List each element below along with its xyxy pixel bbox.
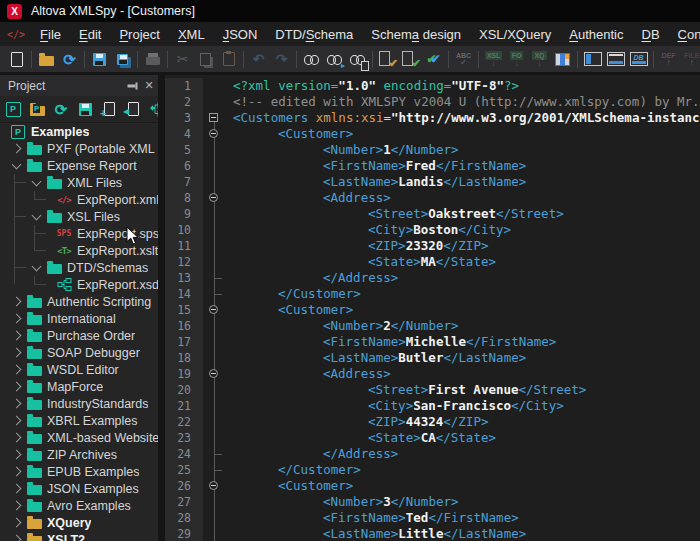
add-file-icon[interactable]: + — [99, 99, 119, 119]
check-wellformed-icon[interactable]: ✔ — [376, 48, 399, 70]
chevron-right-icon[interactable] — [8, 141, 24, 157]
chevron-right-icon[interactable] — [8, 294, 24, 310]
save-project-icon[interactable] — [75, 99, 95, 119]
code-text[interactable]: </Address> — [227, 446, 700, 462]
chevron-right-icon[interactable] — [8, 532, 24, 541]
copy-icon[interactable] — [194, 48, 217, 70]
chevron-right-icon[interactable] — [8, 430, 24, 446]
fo-transform-icon[interactable]: FO↓ — [505, 48, 528, 70]
code-text[interactable]: </Customer> — [227, 286, 700, 302]
xsl-transform-icon[interactable]: XSL↓ — [482, 48, 505, 70]
reload-project-icon[interactable]: ⟳ — [51, 99, 71, 119]
validate-icon[interactable]: ✔ — [399, 48, 422, 70]
chevron-right-icon[interactable] — [8, 464, 24, 480]
code-text[interactable]: <LastName>Little</LastName> — [227, 526, 700, 541]
code-text[interactable]: <Address> — [227, 190, 700, 206]
def-import-icon[interactable]: DEF↑ — [657, 48, 680, 70]
text-view-icon[interactable] — [581, 48, 604, 70]
code-text[interactable]: <LastName>Butler</LastName> — [227, 350, 700, 366]
tree-item-pxf-portable-xml-f[interactable]: PXF (Portable XML F — [0, 140, 158, 157]
menu-project[interactable]: Project — [110, 25, 168, 44]
code-text[interactable]: <City>San-Francisco</City> — [227, 398, 700, 414]
code-text[interactable]: <Number>2</Number> — [227, 318, 700, 334]
new-project-icon[interactable]: P — [3, 99, 23, 119]
new-document-icon[interactable] — [5, 48, 28, 70]
code-text[interactable]: <Number>3</Number> — [227, 494, 700, 510]
code-text[interactable]: <Customers xmlns:xsi="http://www.w3.org/… — [227, 110, 700, 126]
menu-json[interactable]: JSON — [214, 25, 267, 44]
find-icon[interactable] — [300, 48, 323, 70]
code-text[interactable]: <FirstName>Fred</FirstName> — [227, 158, 700, 174]
close-icon[interactable]: ✕ — [140, 78, 158, 94]
tree-item-xquery[interactable]: XQuery — [0, 514, 158, 531]
chevron-right-icon[interactable] — [8, 328, 24, 344]
fold-collapse-icon[interactable] — [209, 481, 218, 490]
reload-icon[interactable]: ⟳ — [58, 48, 81, 70]
xquery-exec-icon[interactable]: XQ↓ — [528, 48, 551, 70]
chevron-down-icon[interactable] — [28, 175, 44, 191]
tree-item-authentic-scripting[interactable]: Authentic Scripting — [0, 293, 158, 310]
pin-icon[interactable] — [122, 78, 140, 94]
code-text[interactable]: <Street>First Avenue</Street> — [227, 382, 700, 398]
code-text[interactable]: <!-- edited with XMLSPY v2004 U (http://… — [227, 94, 700, 110]
menu-convert[interactable]: Convert — [669, 25, 700, 44]
chevron-right-icon[interactable] — [8, 498, 24, 514]
save-all-icon[interactable] — [111, 48, 134, 70]
cut-icon[interactable]: ✂ — [171, 48, 194, 70]
chevron-down-icon[interactable] — [28, 209, 44, 225]
chevron-down-icon[interactable] — [8, 158, 24, 174]
print-icon[interactable] — [141, 48, 164, 70]
xml-text-editor[interactable]: 1<?xml version="1.0" encoding="UTF-8"?>2… — [165, 75, 700, 541]
menu-xml[interactable]: XML — [169, 25, 214, 44]
chevron-right-icon[interactable] — [8, 311, 24, 327]
tree-item-international[interactable]: International — [0, 310, 158, 327]
code-text[interactable]: <Address> — [227, 366, 700, 382]
tree-item-expense-report[interactable]: Expense Report — [0, 157, 158, 174]
chevron-right-icon[interactable] — [8, 413, 24, 429]
menu-authentic[interactable]: Authentic — [560, 25, 632, 44]
tree-item-purchase-order[interactable]: Purchase Order — [0, 327, 158, 344]
paste-icon[interactable] — [217, 48, 240, 70]
code-text[interactable]: <State>MA</State> — [227, 254, 700, 270]
find-next-icon[interactable]: ▸ — [323, 48, 346, 70]
tree-item-xbrl-examples[interactable]: XBRL Examples — [0, 412, 158, 429]
code-text[interactable]: <Customer> — [227, 126, 700, 142]
fold-collapse-icon[interactable] — [209, 193, 218, 202]
code-text[interactable]: <FirstName>Ted</FirstName> — [227, 510, 700, 526]
fold-collapse-icon[interactable] — [209, 305, 218, 314]
fold-collapse-icon[interactable] — [209, 129, 218, 138]
code-text[interactable]: <LastName>Landis</LastName> — [227, 174, 700, 190]
tree-item-soap-debugger[interactable]: SOAP Debugger — [0, 344, 158, 361]
chevron-down-icon[interactable] — [28, 260, 44, 276]
tree-item-epub-examples[interactable]: EPUB Examples — [0, 463, 158, 480]
code-text[interactable]: <Number>1</Number> — [227, 142, 700, 158]
code-text[interactable]: <Customer> — [227, 302, 700, 318]
db-view-icon[interactable]: DB — [627, 48, 650, 70]
add-active-file-icon[interactable]: ◀ — [123, 99, 143, 119]
chevron-right-icon[interactable] — [8, 515, 24, 531]
tree-item-expreport-xml[interactable]: </>ExpReport.xml — [0, 191, 158, 208]
redo-icon[interactable]: ↷ — [270, 48, 293, 70]
chevron-right-icon[interactable] — [8, 447, 24, 463]
open-project-icon[interactable]: P — [27, 99, 47, 119]
tree-item-xslt2[interactable]: XSLT2 — [0, 531, 158, 541]
menu-edit[interactable]: Edit — [70, 25, 110, 44]
code-text[interactable]: <FirstName>Michelle</FirstName> — [227, 334, 700, 350]
tree-item-wsdl-editor[interactable]: WSDL Editor — [0, 361, 158, 378]
code-text[interactable]: <State>CA</State> — [227, 430, 700, 446]
code-text[interactable]: <Customer> — [227, 478, 700, 494]
save-icon[interactable] — [88, 48, 111, 70]
menu-dtd-schema[interactable]: DTD/Schema — [266, 25, 362, 44]
tree-item-mapforce[interactable]: MapForce — [0, 378, 158, 395]
tree-item-avro-examples[interactable]: Avro Examples — [0, 497, 158, 514]
tree-item-industrystandards[interactable]: IndustryStandards — [0, 395, 158, 412]
menu-file[interactable]: File — [31, 25, 70, 44]
code-text[interactable]: <City>Boston</City> — [227, 222, 700, 238]
code-text[interactable]: <Street>Oakstreet</Street> — [227, 206, 700, 222]
code-text[interactable]: <ZIP>23320</ZIP> — [227, 238, 700, 254]
chevron-right-icon[interactable] — [8, 345, 24, 361]
grid-view-colored-icon[interactable] — [551, 48, 574, 70]
fold-collapse-icon[interactable] — [209, 113, 218, 122]
fold-collapse-icon[interactable] — [209, 369, 218, 378]
tree-item-xml-based-website[interactable]: XML-based Website — [0, 429, 158, 446]
